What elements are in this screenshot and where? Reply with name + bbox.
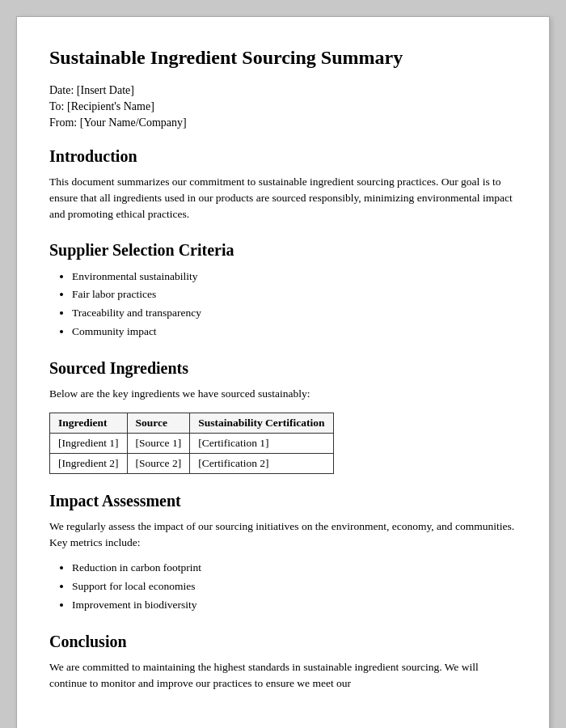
criteria-list: Environmental sustainability Fair labor … [49,268,517,342]
meta-date: Date: [Insert Date] [49,84,517,97]
list-item: Reduction in carbon footprint [72,559,517,578]
date-label: Date: [49,84,77,96]
conclusion-body: We are committed to maintaining the high… [49,659,517,692]
meta-block: Date: [Insert Date] To: [Recipient's Nam… [49,84,517,129]
impact-assessment-heading: Impact Assessment [49,492,517,510]
date-value: [Insert Date] [77,84,134,96]
col-ingredient: Ingredient [50,413,128,433]
impact-list: Reduction in carbon footprint Support fo… [49,559,517,615]
introduction-body: This document summarizes our commitment … [49,174,517,223]
supplier-selection-heading: Supplier Selection Criteria [49,241,517,260]
conclusion-heading: Conclusion [49,633,517,651]
cell-certification-1: [Certification 1] [190,433,333,453]
document-title: Sustainable Ingredient Sourcing Summary [49,46,517,70]
list-item: Traceability and transparency [72,304,517,323]
impact-assessment-body: We regularly assess the impact of our so… [49,518,517,552]
introduction-heading: Introduction [49,147,517,166]
meta-to: To: [Recipient's Name] [49,100,517,113]
cell-source-1: [Source 1] [127,433,190,453]
document-page: Sustainable Ingredient Sourcing Summary … [16,16,550,728]
list-item: Environmental sustainability [72,268,517,286]
cell-source-2: [Source 2] [127,453,190,473]
table-row: [Ingredient 1] [Source 1] [Certification… [50,433,334,453]
sourced-ingredients-intro: Below are the key ingredients we have so… [49,386,517,402]
list-item: Improvement in biodiversity [72,596,517,615]
sourced-ingredients-heading: Sourced Ingredients [49,359,517,378]
list-item: Fair labor practices [72,286,517,304]
ingredients-table: Ingredient Source Sustainability Certifi… [49,413,334,474]
cell-certification-2: [Certification 2] [190,453,333,473]
table-header-row: Ingredient Source Sustainability Certifi… [50,413,334,433]
col-certification: Sustainability Certification [190,413,333,433]
col-source: Source [127,413,190,433]
list-item: Support for local economies [72,578,517,596]
meta-from: From: [Your Name/Company] [49,116,517,129]
table-row: [Ingredient 2] [Source 2] [Certification… [50,453,334,473]
cell-ingredient-1: [Ingredient 1] [50,433,128,453]
list-item: Community impact [72,323,517,341]
cell-ingredient-2: [Ingredient 2] [50,453,128,473]
